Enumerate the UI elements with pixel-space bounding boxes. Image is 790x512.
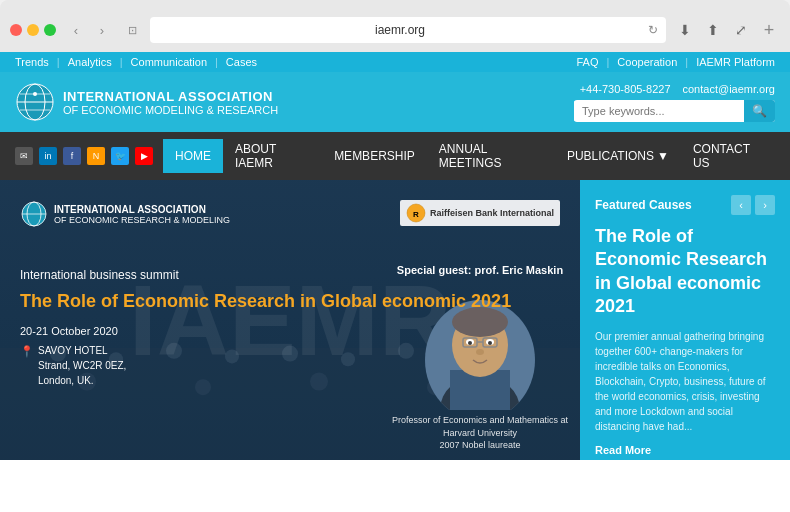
back-button[interactable]: ‹ [64, 19, 88, 41]
share-button[interactable]: ⬆ [702, 19, 724, 41]
topbar-link-platform[interactable]: IAEMR Platform [696, 56, 775, 68]
browser-actions: ⬇ ⬆ ⤢ + [674, 19, 780, 41]
nav-link-membership[interactable]: MEMBERSHIP [322, 139, 427, 173]
close-button[interactable] [10, 24, 22, 36]
nav-link-home[interactable]: HOME [163, 139, 223, 173]
hero-title: The Role of Economic Research in Global … [20, 290, 560, 313]
email-address: contact@iaemr.org [683, 83, 776, 95]
main-nav: ✉ in f N 🐦 ▶ HOME ABOUT IAEMR MEMBERSHIP… [0, 132, 790, 180]
venue-address: Strand, WC2R 0EZ,London, UK. [38, 358, 126, 388]
site-header: INTERNATIONAL ASSOCIATION OF ECONOMIC MO… [0, 72, 790, 132]
guest-info: Professor of Economics and Mathematics a… [380, 414, 580, 460]
hero-subtitle: International business summit [20, 268, 560, 282]
carousel-controls: ‹ › [731, 195, 775, 215]
twitter-icon[interactable]: 🐦 [111, 147, 129, 165]
hero-date: 20-21 October 2020 [20, 325, 560, 337]
nav-link-publications[interactable]: PUBLICATIONS ▼ [555, 139, 681, 173]
header-right: +44-730-805-8227 contact@iaemr.org 🔍 [574, 83, 775, 122]
hero-globe-icon [20, 200, 48, 228]
browser-nav-arrows: ‹ › [64, 19, 114, 41]
email-social-icon[interactable]: ✉ [15, 147, 33, 165]
hero-venue: 📍 SAVOY HOTEL Strand, WC2R 0EZ,London, U… [20, 343, 560, 388]
topbar-link-faq[interactable]: FAQ [576, 56, 598, 68]
top-bar: Trends | Analytics | Communication | Cas… [0, 52, 790, 72]
nav-links: HOME ABOUT IAEMR MEMBERSHIP ANNUAL MEETI… [163, 132, 775, 180]
maximize-button[interactable] [44, 24, 56, 36]
phone-number: +44-730-805-8227 [580, 83, 671, 95]
featured-causes-header: Featured Causes ‹ › [595, 195, 775, 215]
download-button[interactable]: ⬇ [674, 19, 696, 41]
search-input[interactable] [574, 101, 744, 121]
raiffeisen-name: Raiffeisen Bank International [430, 208, 554, 218]
sidebar-cause-title: The Role of Economic Research in Global … [595, 225, 775, 319]
reload-icon[interactable]: ↻ [648, 23, 658, 37]
nav-link-contact[interactable]: CONTACT US [681, 132, 775, 180]
svg-text:R: R [413, 210, 419, 219]
logo-line2: OF ECONOMIC MODELING & RESEARCH [63, 104, 278, 116]
topbar-link-analytics[interactable]: Analytics [68, 56, 112, 68]
hero-section: IAEMR INTERNATIONAL ASSOCIATION OF ECONO… [0, 180, 790, 460]
featured-label: Featured Causes [595, 198, 692, 212]
top-bar-left: Trends | Analytics | Communication | Cas… [15, 56, 257, 68]
read-more-link[interactable]: Read More [595, 444, 775, 456]
topbar-link-cooperation[interactable]: Cooperation [617, 56, 677, 68]
hero-sidebar: Featured Causes ‹ › The Role of Economic… [580, 180, 790, 460]
sidebar-cause-description: Our premier annual gathering bringing to… [595, 329, 775, 434]
publications-dropdown-icon: ▼ [657, 149, 669, 163]
logo-area: INTERNATIONAL ASSOCIATION OF ECONOMIC MO… [15, 82, 278, 122]
hero-org-text: INTERNATIONAL ASSOCIATION OF ECONOMIC RE… [54, 204, 230, 225]
guest-description: Professor of Economics and Mathematics a… [390, 414, 570, 452]
search-button[interactable]: 🔍 [744, 100, 775, 122]
topbar-link-cases[interactable]: Cases [226, 56, 257, 68]
hero-main: IAEMR INTERNATIONAL ASSOCIATION OF ECONO… [0, 180, 580, 460]
hero-content: INTERNATIONAL ASSOCIATION OF ECONOMIC RE… [20, 200, 560, 388]
forward-button[interactable]: › [90, 19, 114, 41]
nav-link-about[interactable]: ABOUT IAEMR [223, 132, 322, 180]
fullscreen-button[interactable]: ⤢ [730, 19, 752, 41]
venue-text: SAVOY HOTEL Strand, WC2R 0EZ,London, UK. [38, 343, 126, 388]
social-icons: ✉ in f N 🐦 ▶ [15, 147, 153, 165]
window-button[interactable]: ⊡ [122, 21, 142, 39]
carousel-next-button[interactable]: › [755, 195, 775, 215]
url-text: iaemr.org [158, 23, 642, 37]
topbar-link-trends[interactable]: Trends [15, 56, 49, 68]
raiffeisen-logo: R Raiffeisen Bank International [400, 200, 560, 226]
hero-logos: INTERNATIONAL ASSOCIATION OF ECONOMIC RE… [20, 200, 560, 228]
topbar-link-communication[interactable]: Communication [131, 56, 207, 68]
hero-org-logo: INTERNATIONAL ASSOCIATION OF ECONOMIC RE… [20, 200, 230, 228]
website: Trends | Analytics | Communication | Cas… [0, 52, 790, 512]
nav-link-meetings[interactable]: ANNUAL MEETINGS [427, 132, 555, 180]
logo-line1: INTERNATIONAL ASSOCIATION [63, 89, 278, 104]
location-icon: 📍 [20, 343, 34, 388]
youtube-icon[interactable]: ▶ [135, 147, 153, 165]
top-bar-right: FAQ | Cooperation | IAEMR Platform [576, 56, 775, 68]
traffic-lights [10, 24, 56, 36]
facebook-icon[interactable]: f [63, 147, 81, 165]
contact-info: +44-730-805-8227 contact@iaemr.org [580, 83, 775, 95]
logo-text: INTERNATIONAL ASSOCIATION OF ECONOMIC MO… [63, 89, 278, 116]
new-tab-button[interactable]: + [758, 19, 780, 41]
linkedin-icon[interactable]: in [39, 147, 57, 165]
address-bar[interactable]: iaemr.org ↻ [150, 17, 666, 43]
minimize-button[interactable] [27, 24, 39, 36]
browser-chrome: ‹ › ⊡ iaemr.org ↻ ⬇ ⬆ ⤢ + [0, 0, 790, 52]
search-bar: 🔍 [574, 100, 775, 122]
rss-icon[interactable]: N [87, 147, 105, 165]
venue-name: SAVOY HOTEL [38, 343, 126, 358]
svg-point-5 [33, 92, 37, 96]
logo-globe-icon [15, 82, 55, 122]
raiffeisen-icon: R [406, 203, 426, 223]
carousel-prev-button[interactable]: ‹ [731, 195, 751, 215]
